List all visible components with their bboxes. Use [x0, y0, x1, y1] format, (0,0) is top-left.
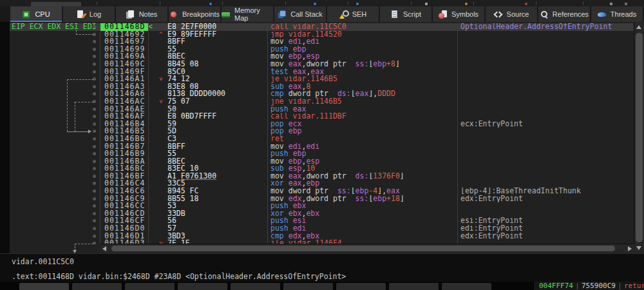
scroll-right-icon[interactable]	[628, 246, 632, 251]
disasm-row[interactable]: 001146D057push ediedi:EntryPoint	[0, 225, 634, 233]
scroll-down-icon[interactable]	[636, 246, 641, 250]
bottom-tab-stub[interactable]	[125, 283, 175, 290]
breakpoint-bullet[interactable]	[93, 40, 96, 43]
tab-cpu[interactable]: CPU	[10, 6, 62, 22]
breakpoint-bullet[interactable]	[93, 48, 96, 51]
breakpoint-bullet[interactable]	[93, 55, 96, 58]
eip-marker-slot	[148, 98, 155, 106]
disassembly-view[interactable]: EIP ECX EDX ESI EDI0011468D<E8 2E7F0000c…	[0, 22, 644, 253]
breakpoint-bullet[interactable]	[93, 227, 96, 230]
tab-memory-map[interactable]: Memory Map	[222, 6, 273, 22]
breakpoint-bullet[interactable]	[93, 212, 96, 215]
disasm-row[interactable]: 001146C433C5xor eax,ebp	[0, 180, 634, 188]
comment-cell	[457, 98, 634, 106]
tab-call-stack[interactable]: Call Stack	[274, 6, 326, 22]
jump-arrow-slot	[155, 233, 167, 240]
breakpoint-bullet[interactable]	[93, 115, 96, 118]
breakpoint-bullet[interactable]	[93, 145, 96, 148]
instruction-cell: sub eax,8	[267, 83, 457, 91]
disasm-row[interactable]: 0011469C8B45 08mov eax,dword ptr ss:[ebp…	[0, 61, 634, 68]
breakpoint-bullet[interactable]	[93, 70, 96, 73]
breakpoint-bullet[interactable]	[93, 108, 96, 111]
disasm-row[interactable]: 001146B55Dpop ebp	[0, 128, 634, 135]
breakpoint-bullet[interactable]	[93, 197, 96, 200]
horizontal-scroll-thumb[interactable]	[111, 246, 615, 251]
tab-references[interactable]: References	[538, 6, 590, 22]
disasm-row[interactable]: 001146B459pop ecxecx:EntryPoint	[0, 121, 634, 128]
breakpoint-bullet[interactable]	[93, 130, 96, 133]
disasm-row[interactable]: 001146ACv75 07jne vidar.1146B5	[0, 98, 634, 106]
vertical-scrollbar[interactable]	[634, 22, 644, 253]
disasm-row[interactable]: 001146AE50push eax	[0, 106, 634, 113]
breakpoint-bullet[interactable]	[93, 175, 96, 178]
horizontal-scrollbar[interactable]	[100, 244, 634, 253]
disasm-row[interactable]: 001146A68138 DDDD0000cmp dword ptr ds:[e…	[0, 90, 634, 98]
breakpoint-bullet[interactable]	[93, 235, 96, 238]
bottom-tab-stub[interactable]	[283, 283, 333, 290]
disasm-row[interactable]: 001146C68945 FCmov dword ptr ss:[ebp-4],…	[0, 188, 634, 195]
breakpoint-bullet[interactable]	[93, 160, 96, 163]
tab-threads[interactable]: Threads	[591, 6, 643, 22]
scroll-up-icon[interactable]	[636, 25, 641, 29]
disasm-row[interactable]: 00114692^E9 89FEFFFFjmp vidar.114520	[0, 31, 634, 39]
disasm-row[interactable]: 001146CF56push esiesi:EntryPoint	[0, 217, 634, 225]
disasm-row[interactable]: 001146AFE8 0BD7FFFFcall vidar.111DBF	[0, 113, 634, 121]
disasm-row[interactable]: 001146BC83EC 10sub esp,10	[0, 165, 634, 173]
breakpoint-bullet[interactable]	[93, 219, 96, 222]
instruction-cell: cmp edx,ebx	[267, 233, 457, 240]
bottom-tab-stub[interactable]	[389, 283, 439, 290]
tab-notes[interactable]: Notes	[116, 6, 167, 22]
breakpoint-bullet[interactable]	[93, 92, 96, 95]
disasm-row[interactable]: 001146D13BD3cmp edx,ebxedx:EntryPoint	[0, 233, 634, 240]
disasm-row[interactable]: 001146B6C3ret	[0, 135, 634, 143]
bytes-cell: 83E8 08	[148, 83, 267, 91]
disasm-row[interactable]: 001146C98B55 18mov edx,dword ptr ss:[ebp…	[0, 195, 634, 203]
scroll-left-icon[interactable]	[102, 246, 106, 251]
tab-script[interactable]: Script	[380, 6, 431, 22]
stack-preview-row[interactable]: 004FFF74 755900C9 return to ke	[533, 282, 644, 290]
breakpoint-bullet[interactable]	[93, 122, 96, 126]
bottom-tab-stub[interactable]	[442, 283, 491, 290]
disasm-row[interactable]: 001146BFA1 F0761300mov eax,dword ptr ds:…	[0, 173, 634, 180]
tab-seh[interactable]: SEH	[327, 6, 379, 22]
column-separator[interactable]	[100, 23, 100, 244]
tab-symbols[interactable]: Symbols	[433, 6, 484, 22]
bottom-tab-stub[interactable]	[72, 283, 122, 290]
disasm-row[interactable]: 0011469F85C0test eax,eax	[0, 68, 634, 76]
disasm-row[interactable]: 0011469A8BECmov ebp,esp	[0, 53, 634, 61]
disasm-row[interactable]: 0011469955push ebp	[0, 46, 634, 53]
disasm-row[interactable]: 001146A383E8 08sub eax,8	[0, 83, 634, 91]
disasm-row[interactable]: 001146CD33DBxor ebx,ebx	[0, 210, 634, 218]
instruction-cell: call vidar.11C5C0	[267, 23, 457, 31]
toolbar-button-fragment	[31, 2, 81, 6]
breakpoint-bullet[interactable]	[93, 63, 96, 66]
bottom-tab-stub[interactable]	[19, 283, 69, 290]
breakpoint-bullet[interactable]	[93, 167, 96, 170]
disasm-row[interactable]: EIP ECX EDX ESI EDI0011468D<E8 2E7F0000c…	[0, 23, 634, 31]
vertical-scroll-thumb[interactable]	[636, 33, 643, 242]
jump-arrow-slot	[155, 210, 167, 218]
tab-breakpoints[interactable]: Breakpoints	[169, 6, 220, 22]
column-separator[interactable]	[267, 23, 268, 244]
bottom-tab-stub[interactable]	[336, 283, 386, 290]
bottom-tab-stub[interactable]	[178, 283, 227, 290]
disasm-row[interactable]: 001146CC53push ebx	[0, 202, 634, 210]
tab-log[interactable]: Log	[63, 6, 115, 22]
bottom-tab-stub[interactable]	[231, 283, 280, 290]
disasm-row[interactable]: 001146B955push ebp	[0, 150, 634, 158]
column-separator[interactable]	[148, 23, 149, 244]
byte-segment: 8BEC	[167, 53, 185, 61]
breakpoint-bullet[interactable]	[93, 85, 96, 88]
disasm-row[interactable]: 001146978BFFmov edi,edi	[0, 38, 634, 46]
tab-source[interactable]: Source	[486, 6, 537, 22]
breakpoint-bullet[interactable]	[93, 182, 96, 185]
breakpoint-bullet[interactable]	[93, 189, 96, 193]
breakpoint-bullet[interactable]	[93, 25, 96, 28]
column-separator[interactable]	[457, 23, 458, 244]
breakpoint-bullet[interactable]	[93, 137, 96, 140]
breakpoint-bullet[interactable]	[93, 204, 96, 208]
disasm-row[interactable]: 001146BA8BECmov ebp,esp	[0, 158, 634, 166]
disasm-row[interactable]: 001146B78BFFmov edi,edi	[0, 143, 634, 151]
breakpoint-bullet[interactable]	[93, 152, 96, 155]
disasm-row[interactable]: 001146A1v74 12je vidar.1146B5	[0, 75, 634, 83]
